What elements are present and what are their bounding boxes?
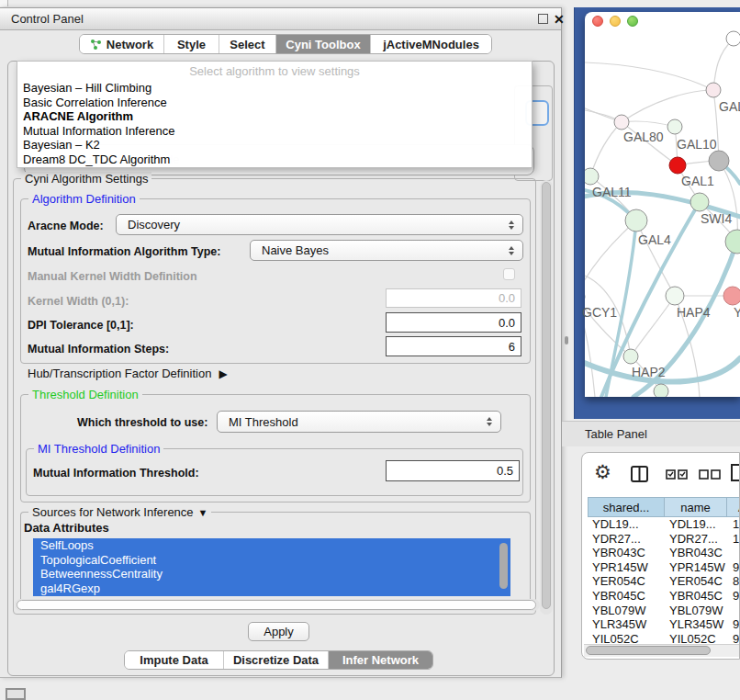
tab-infer-network[interactable]: Infer Network xyxy=(329,651,432,669)
mi-threshold-field[interactable]: 0.5 xyxy=(386,460,520,481)
bottom-tab-bar: Impute Data Discretize Data Infer Networ… xyxy=(124,650,433,670)
network-node-gal4[interactable] xyxy=(625,209,647,231)
table-hscrollbar-thumb[interactable] xyxy=(586,646,711,655)
table-row[interactable]: YDL19...YDL19...13 xyxy=(588,517,740,532)
group-title[interactable]: Sources for Network Inference ▼ xyxy=(28,505,211,519)
tab-label: jActiveMNodules xyxy=(383,38,479,51)
top-left-window-fragment xyxy=(0,0,8,6)
panel-splitter-grip[interactable] xyxy=(565,336,568,344)
screenshot-root: Control Panel ✕ Network Style Select xyxy=(0,0,740,700)
expand-down-icon: ▼ xyxy=(198,507,208,518)
settings-hscrollbar-thumb[interactable] xyxy=(17,600,536,610)
dropdown-item[interactable]: Basic Correlation Inference xyxy=(23,96,167,109)
which-threshold-label: Which threshold to use: xyxy=(77,416,207,429)
network-node-gal1[interactable] xyxy=(690,193,709,211)
tab-style[interactable]: Style xyxy=(164,35,219,53)
mi-type-label: Mutual Information Algorithm Type: xyxy=(28,245,220,258)
manual-kernel-checkbox[interactable] xyxy=(503,268,515,280)
network-node-label: HAP2 xyxy=(632,365,666,379)
which-threshold-select[interactable]: MI Threshold xyxy=(217,411,501,433)
table-row[interactable]: YBR045CYBR045C9. xyxy=(588,589,740,604)
mi-steps-label: Mutual Information Steps: xyxy=(28,343,169,356)
minimized-panel-fragment[interactable] xyxy=(6,688,26,700)
network-node-hap2[interactable] xyxy=(623,349,638,364)
settings-vscrollbar-thumb[interactable] xyxy=(542,182,551,609)
network-node[interactable] xyxy=(723,287,740,305)
dpi-tolerance-label: DPI Tolerance [0,1]: xyxy=(28,319,134,332)
network-node-gal80[interactable] xyxy=(614,115,629,130)
show-columns-icon[interactable] xyxy=(666,469,688,480)
hide-columns-icon[interactable] xyxy=(699,469,721,480)
attribute-item-selected[interactable]: BetweennessCentrality xyxy=(33,567,510,581)
attribute-item-selected[interactable]: SelfLoops xyxy=(33,538,510,553)
dropdown-item[interactable]: Bayesian – Hill Climbing xyxy=(23,81,151,95)
top-tab-bar: Network Style Select Cyni Toolbox jActiv… xyxy=(79,34,492,54)
tab-label: Select xyxy=(230,38,264,51)
hub-definition-label: Hub/Transcription Factor Definition xyxy=(28,367,211,380)
attribute-list-scrollbar-thumb[interactable] xyxy=(499,543,508,589)
table-row[interactable]: YBR043CYBR043C xyxy=(588,546,740,560)
gear-icon[interactable]: ⚙ xyxy=(594,462,611,481)
mac-zoom-button[interactable] xyxy=(627,16,638,27)
expand-right-icon: ▶ xyxy=(219,367,227,380)
network-node[interactable] xyxy=(726,31,740,46)
mac-minimize-button[interactable] xyxy=(610,16,621,27)
network-node-label: SWI4 xyxy=(701,211,732,226)
attribute-item-selected[interactable]: TopologicalCoefficient xyxy=(33,553,510,568)
float-window-icon[interactable] xyxy=(538,14,548,24)
tab-label: Cyni Toolbox xyxy=(286,38,360,51)
network-node[interactable] xyxy=(709,151,729,171)
close-window-icon[interactable]: ✕ xyxy=(554,11,565,28)
tab-select[interactable]: Select xyxy=(219,35,276,53)
hub-definition-expander[interactable]: Hub/Transcription Factor Definition ▶ xyxy=(28,367,228,380)
dropdown-item[interactable]: Bayesian – K2 xyxy=(23,138,100,152)
network-node-label: GAL xyxy=(719,99,740,114)
column-header-shared-name[interactable]: shared... xyxy=(588,497,665,517)
split-columns-icon[interactable] xyxy=(631,466,648,482)
table-panel-title: Table Panel xyxy=(585,422,647,447)
network-node-selected[interactable] xyxy=(669,157,686,174)
stepper-arrows-icon xyxy=(504,220,518,230)
tab-discretize-data[interactable]: Discretize Data xyxy=(224,651,329,669)
column-header-cropped[interactable]: A xyxy=(727,497,740,517)
tab-impute-data[interactable]: Impute Data xyxy=(125,651,224,669)
dpi-tolerance-field[interactable]: 0.0 xyxy=(386,312,521,333)
tab-label: Impute Data xyxy=(140,653,207,667)
network-icon xyxy=(90,39,102,51)
column-header-name[interactable]: name xyxy=(665,497,727,517)
network-node[interactable] xyxy=(654,384,668,397)
kernel-width-field[interactable]: 0.0 xyxy=(386,288,521,308)
tab-network[interactable]: Network xyxy=(80,35,164,53)
network-node-gal10[interactable] xyxy=(667,119,682,134)
network-node-hap4[interactable] xyxy=(666,287,684,305)
tab-label: Network xyxy=(107,38,153,51)
tab-jactivemnodules[interactable]: jActiveMNodules xyxy=(371,35,491,53)
table-panel-container: ⚙ shared... name A YDL19.. xyxy=(581,452,740,660)
network-node-label: GAL11 xyxy=(592,185,632,199)
apply-button-label: Apply xyxy=(263,625,294,638)
network-node-label: GAL10 xyxy=(677,137,717,152)
table-row[interactable]: YLR345WYLR345W9. xyxy=(588,617,740,632)
table-row[interactable]: YER054CYER054C8. xyxy=(588,574,740,589)
mi-steps-field[interactable]: 6 xyxy=(386,336,521,356)
dropdown-item[interactable]: Dream8 DC_TDC Algorithm xyxy=(23,152,170,166)
mi-type-select[interactable]: Naive Bayes xyxy=(250,240,523,261)
mac-close-button[interactable] xyxy=(592,16,603,27)
manual-kernel-label: Manual Kernel Width Definition xyxy=(28,270,197,283)
export-table-icon[interactable] xyxy=(731,464,740,481)
dropdown-item[interactable]: Mutual Information Inference xyxy=(23,124,174,138)
aracne-mode-select[interactable]: Discovery xyxy=(116,214,523,235)
table-row[interactable]: YBL079WYBL079W xyxy=(588,604,740,618)
network-node-gal11[interactable] xyxy=(585,168,599,185)
network-node[interactable] xyxy=(725,230,740,254)
network-node[interactable] xyxy=(706,83,721,97)
table-row[interactable]: YDR27...YDR27...12 xyxy=(588,532,740,547)
which-threshold-value: MI Threshold xyxy=(218,415,482,429)
attribute-item-selected[interactable]: gal4RGexp xyxy=(33,581,510,596)
dropdown-hint: Select algorithm to view settings xyxy=(17,64,532,78)
table-row[interactable]: YPR145WYPR145W9. xyxy=(588,560,740,575)
network-node-label: GAL4 xyxy=(638,232,671,247)
tab-cyni-toolbox[interactable]: Cyni Toolbox xyxy=(276,35,371,53)
apply-button[interactable]: Apply xyxy=(248,622,309,641)
dropdown-item-selected[interactable]: ARACNE Algorithm xyxy=(23,109,133,123)
